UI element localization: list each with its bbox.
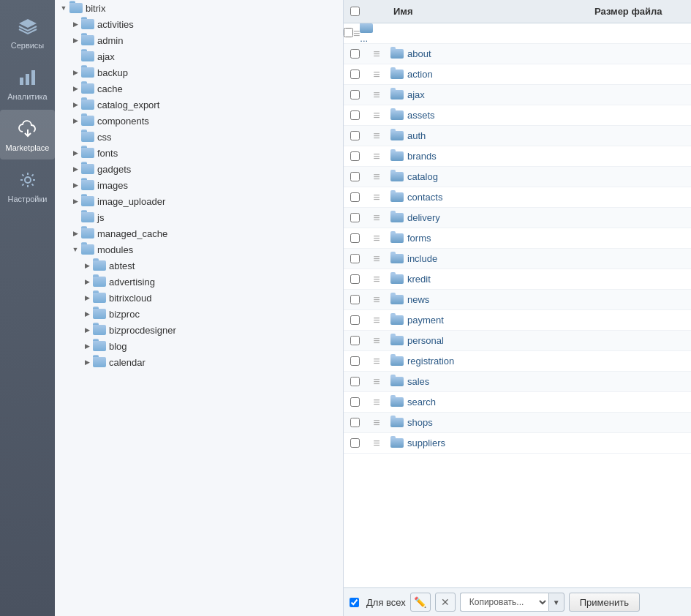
- check-brands[interactable]: [344, 151, 366, 161]
- tree-node-css[interactable]: ▶ css: [55, 129, 343, 145]
- tree-node-abtest[interactable]: ▶ abtest: [55, 258, 343, 274]
- checkbox-news[interactable]: [350, 295, 360, 304]
- menu-forms[interactable]: ≡: [366, 232, 388, 245]
- tree-node-bizproc[interactable]: ▶ bizproc: [55, 306, 343, 322]
- checkbox-delivery[interactable]: [350, 213, 360, 222]
- tree-node-bitrix[interactable]: ▼ bitrix: [55, 0, 343, 16]
- checkbox-registration[interactable]: [350, 356, 360, 366]
- menu-action[interactable]: ≡: [366, 68, 388, 81]
- select-all-checkbox[interactable]: [350, 7, 360, 16]
- check-registration[interactable]: [344, 356, 366, 366]
- tree-node-images[interactable]: ▶ images: [55, 177, 343, 193]
- menu-news[interactable]: ≡: [366, 293, 388, 307]
- tree-node-components[interactable]: ▶ components: [55, 113, 343, 129]
- file-link-suppliers[interactable]: suppliers: [407, 437, 445, 448]
- file-link-search[interactable]: search: [407, 397, 436, 407]
- copy-select-arrow[interactable]: ▼: [548, 593, 564, 612]
- file-link-auth[interactable]: auth: [407, 130, 426, 141]
- menu-shops[interactable]: ≡: [366, 416, 388, 429]
- tree-node-image_uploader[interactable]: ▶ image_uploader: [55, 193, 343, 209]
- menu-ajax2[interactable]: ≡: [366, 89, 388, 102]
- copy-action-select[interactable]: Копировать... Переместить... Удалить: [460, 593, 548, 612]
- checkbox-shops[interactable]: [350, 418, 360, 427]
- file-link-kredit[interactable]: kredit: [407, 274, 431, 285]
- menu-delivery[interactable]: ≡: [366, 211, 388, 225]
- tree-node-bizprocdesigner[interactable]: ▶ bizprocdesigner: [55, 322, 343, 338]
- tree-node-calendar[interactable]: ▶ calendar: [55, 354, 343, 370]
- menu-partial[interactable]: ≡: [353, 27, 360, 40]
- file-link-brands[interactable]: brands: [407, 151, 437, 162]
- menu-suppliers[interactable]: ≡: [366, 437, 388, 450]
- checkbox-action[interactable]: [350, 70, 360, 79]
- menu-assets[interactable]: ≡: [366, 109, 388, 122]
- file-link-include[interactable]: include: [407, 253, 437, 264]
- for-all-checkbox[interactable]: [350, 598, 359, 607]
- check-payment[interactable]: [344, 315, 366, 325]
- tree-node-bitrixcloud[interactable]: ▶ bitrixcloud: [55, 290, 343, 306]
- tree-node-modules[interactable]: ▼ modules: [55, 241, 343, 258]
- apply-button[interactable]: Применить: [569, 593, 640, 612]
- check-search[interactable]: [344, 397, 366, 407]
- header-check[interactable]: [344, 7, 366, 16]
- menu-registration[interactable]: ≡: [366, 355, 388, 368]
- check-include[interactable]: [344, 254, 366, 263]
- menu-auth[interactable]: ≡: [366, 129, 388, 143]
- checkbox-assets[interactable]: [350, 110, 360, 120]
- check-auth[interactable]: [344, 131, 366, 140]
- file-link-contacts[interactable]: contacts: [407, 192, 442, 203]
- menu-search[interactable]: ≡: [366, 396, 388, 409]
- menu-sales[interactable]: ≡: [366, 375, 388, 388]
- tree-node-admin[interactable]: ▶ admin: [55, 32, 343, 48]
- edit-button[interactable]: ✏️: [410, 593, 431, 612]
- tree-node-backup[interactable]: ▶ backup: [55, 64, 343, 80]
- sidebar-item-marketplace[interactable]: Marketplace: [0, 110, 55, 159]
- sidebar-item-services[interactable]: Сервисы: [0, 7, 55, 57]
- checkbox-catalog[interactable]: [350, 172, 360, 181]
- checkbox-contacts[interactable]: [350, 192, 360, 202]
- checkbox-suppliers[interactable]: [350, 438, 360, 448]
- file-link-payment[interactable]: payment: [407, 315, 444, 326]
- file-link-delivery[interactable]: delivery: [407, 212, 440, 223]
- check-catalog[interactable]: [344, 172, 366, 181]
- check-shops[interactable]: [344, 418, 366, 427]
- check-sales[interactable]: [344, 377, 366, 386]
- checkbox-payment[interactable]: [350, 315, 360, 325]
- menu-include[interactable]: ≡: [366, 252, 388, 266]
- checkbox-kredit[interactable]: [350, 274, 360, 284]
- check-personal[interactable]: [344, 336, 366, 345]
- menu-contacts[interactable]: ≡: [366, 191, 388, 204]
- checkbox-partial[interactable]: [344, 28, 353, 37]
- checkbox-personal[interactable]: [350, 336, 360, 345]
- file-link-shops[interactable]: shops: [407, 417, 433, 428]
- tree-node-cache[interactable]: ▶ cache: [55, 80, 343, 97]
- file-link-catalog[interactable]: catalog: [407, 171, 438, 182]
- tree-node-activities[interactable]: ▶ activities: [55, 16, 343, 32]
- tree-node-catalog_export[interactable]: ▶ catalog_export: [55, 97, 343, 113]
- menu-brands[interactable]: ≡: [366, 150, 388, 163]
- check-action[interactable]: [344, 70, 366, 79]
- file-link-registration[interactable]: registration: [407, 356, 454, 367]
- file-link-about[interactable]: about: [407, 48, 431, 59]
- tree-node-js[interactable]: ▶ js: [55, 209, 343, 225]
- check-news[interactable]: [344, 295, 366, 304]
- menu-catalog[interactable]: ≡: [366, 170, 388, 184]
- menu-payment[interactable]: ≡: [366, 314, 388, 327]
- file-link-ajax2[interactable]: ajax: [407, 89, 425, 100]
- tree-node-gadgets[interactable]: ▶ gadgets: [55, 161, 343, 177]
- file-link-sales[interactable]: sales: [407, 376, 429, 387]
- check-about[interactable]: [344, 49, 366, 59]
- tree-node-advertising[interactable]: ▶ advertising: [55, 274, 343, 290]
- check-contacts[interactable]: [344, 192, 366, 202]
- checkbox-forms[interactable]: [350, 233, 360, 243]
- check-forms[interactable]: [344, 233, 366, 243]
- sidebar-item-analytics[interactable]: Аналитика: [0, 59, 55, 108]
- menu-about[interactable]: ≡: [366, 48, 388, 61]
- check-delivery[interactable]: [344, 213, 366, 222]
- tree-node-blog[interactable]: ▶ blog: [55, 338, 343, 354]
- menu-kredit[interactable]: ≡: [366, 273, 388, 286]
- checkbox-ajax2[interactable]: [350, 90, 360, 99]
- checkbox-include[interactable]: [350, 254, 360, 263]
- check-partial[interactable]: [344, 28, 353, 40]
- tree-node-managed_cache[interactable]: ▶ managed_cache: [55, 225, 343, 241]
- check-suppliers[interactable]: [344, 438, 366, 448]
